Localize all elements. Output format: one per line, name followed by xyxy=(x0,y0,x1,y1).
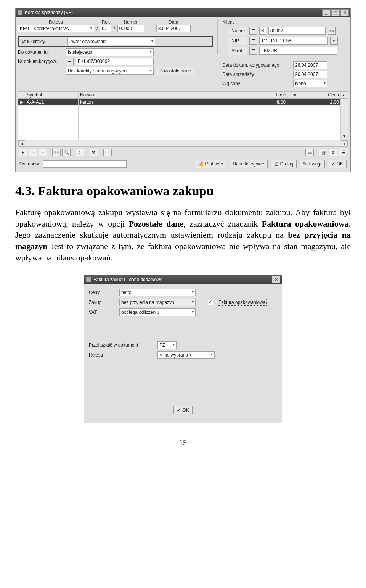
bottom-bar: Os. upow. 💰 Płatność Dane księgowe 🖨 Dru… xyxy=(18,158,348,170)
scroll-left-icon[interactable]: ◂ xyxy=(18,140,25,146)
rok-label: Rok xyxy=(100,19,111,25)
tytul-select[interactable]: Zwrot opakowania xyxy=(67,38,155,45)
klient-seria-field[interactable]: K xyxy=(259,27,266,35)
list-icon[interactable]: ☰ xyxy=(249,37,257,45)
dialog-titlebar: Faktura zakupu - dane dodatkowe ✕ xyxy=(84,275,282,284)
scrollbar[interactable] xyxy=(341,99,348,105)
faktura-opakowaniowa-checkbox[interactable] xyxy=(208,300,213,305)
zakup-label: Zakup xyxy=(89,300,116,305)
grid-icon[interactable]: ▦ xyxy=(319,149,327,156)
rejestr-select[interactable]: KF/1 - Korekty faktur VA xyxy=(18,25,94,32)
klient-skrot-field[interactable]: LEMUR xyxy=(259,47,337,55)
os-upow-label: Os. upow. xyxy=(19,161,40,167)
pozostale-button[interactable]: Pozostałe dane xyxy=(156,67,194,75)
data-label: Data xyxy=(156,19,191,25)
dodok-select[interactable]: Istniejącego xyxy=(66,48,154,56)
remove-icon[interactable]: − xyxy=(39,149,47,156)
ceny-select[interactable]: netto xyxy=(119,289,196,296)
binoculars-icon[interactable]: 👓 xyxy=(328,27,336,35)
scroll-right-icon[interactable]: ▸ xyxy=(341,140,348,146)
section-heading: 4.3. Faktura opakowaniowa zakupu xyxy=(15,184,351,198)
add-icon[interactable]: + xyxy=(19,149,27,156)
maximize-button[interactable]: ▢ xyxy=(331,9,340,16)
wg-ceny-select[interactable]: Netto xyxy=(293,80,327,87)
rok-field[interactable]: 07 xyxy=(100,25,111,32)
nrkor-field[interactable]: F /1 /07/000002 xyxy=(76,58,154,65)
doc-icon[interactable]: 📄 xyxy=(103,149,112,156)
search-icon[interactable]: 🔍 xyxy=(62,149,71,156)
ok-button[interactable]: ✔ OK xyxy=(328,160,347,168)
data-kor-label: Data dokum. korygowanego xyxy=(222,63,291,68)
form-icon[interactable]: ▭ xyxy=(305,149,314,156)
p-icon[interactable]: P xyxy=(29,149,37,156)
cell-symbol: A-A-A11 xyxy=(25,99,79,105)
table-row[interactable]: ▶ A-A-A11 karton 8,00 2,00 xyxy=(18,99,348,106)
dialog-ok-button[interactable]: ✔ OK xyxy=(173,406,192,414)
numer-field[interactable]: 000001 xyxy=(117,25,144,32)
sum-icon[interactable]: Σ xyxy=(76,149,84,156)
th-cena[interactable]: Cena xyxy=(310,92,341,98)
body-paragraph: Fakturę opakowaniową zakupu wystawia się… xyxy=(15,207,351,263)
ie-icon[interactable]: e xyxy=(330,37,338,45)
app-icon xyxy=(86,277,91,282)
korekta-stanu-select[interactable]: Bez korekty stanu magazynu xyxy=(66,67,154,75)
table-row[interactable]: ▾ xyxy=(18,133,348,140)
nrkor-label: Nr dokum.korygow. xyxy=(18,59,64,64)
klient-label: Klient xyxy=(222,19,348,25)
app-icon xyxy=(17,10,22,15)
minimize-button[interactable]: _ xyxy=(322,9,331,16)
przeksztalc-label: Przekształć w dokument xyxy=(89,342,154,348)
data-kor-field[interactable]: 26.04.2007 xyxy=(293,61,327,69)
tools-icon[interactable]: 🛠 xyxy=(90,149,98,156)
th-jm[interactable]: J.m. xyxy=(287,92,310,98)
dane-ksiegowe-button[interactable]: Dane księgowe xyxy=(230,160,268,168)
vat-select[interactable]: podlega odliczeniu xyxy=(119,308,196,316)
uwagi-button[interactable]: ✎ Uwagi xyxy=(300,160,324,168)
list-icon[interactable]: ☰ xyxy=(339,149,347,156)
klient-nip-button[interactable]: NIP xyxy=(228,37,247,45)
th-ilosc[interactable]: Ilość xyxy=(249,92,287,98)
positions-table: Symbol Nazwa Ilość J.m. Cena ▴ ▶ A-A-A11… xyxy=(18,91,348,147)
platnosc-button[interactable]: 💰 Płatność xyxy=(195,160,226,168)
zakup-select[interactable]: bez przyjęcia na magazyn xyxy=(119,299,196,306)
data-sprz-field[interactable]: 26.04.2007 xyxy=(293,71,327,78)
th-symbol[interactable]: Symbol xyxy=(25,92,79,98)
desc-icon[interactable]: ≡ xyxy=(329,149,337,156)
dlg-rejestr-select[interactable]: < nie wybrano > xyxy=(157,351,215,359)
cell-ilosc: 8,00 xyxy=(249,99,287,105)
numer-label: Numer xyxy=(117,19,144,25)
close-button[interactable]: ✕ xyxy=(340,9,349,16)
th-scroll: ▴ xyxy=(341,92,348,98)
drukuj-button[interactable]: 🖨 Drukuj xyxy=(271,160,297,168)
list-icon[interactable]: ☰ xyxy=(66,58,74,65)
table-row[interactable] xyxy=(18,119,348,126)
table-row[interactable] xyxy=(18,112,348,119)
close-button[interactable]: ✕ xyxy=(272,276,280,283)
page-number: 15 xyxy=(15,439,351,447)
klient-numer-button[interactable]: Numer xyxy=(228,27,247,35)
klient-nip-field[interactable]: 112-121-11-58 xyxy=(259,37,328,45)
slash: / xyxy=(114,21,115,31)
vat-label: VAT xyxy=(89,310,116,315)
row-marker: ▶ xyxy=(18,99,25,105)
main-window: Korekta sprzedaży (KF) _ ▢ ✕ Rejestr KF/… xyxy=(15,8,351,172)
przeksztalc-select[interactable]: PZ xyxy=(157,341,177,349)
th-mark xyxy=(18,92,25,98)
binoculars-icon[interactable]: 👓 xyxy=(52,149,61,156)
slash: / xyxy=(96,21,98,31)
klient-box: Numer ☰ K 00002 👓 NIP ☰ 112-121-11-58 e xyxy=(226,25,348,58)
table-row[interactable] xyxy=(18,126,348,133)
list-icon[interactable]: ☰ xyxy=(249,27,257,35)
scrollbar-horizontal[interactable]: ◂ ▸ xyxy=(18,140,348,146)
th-nazwa[interactable]: Nazwa xyxy=(79,92,249,98)
toolbar: + P − 👓 🔍 Σ 🛠 📄 ▭ ▦ ≡ ☰ xyxy=(18,147,348,158)
klient-numer-field[interactable]: 00002 xyxy=(268,27,326,35)
os-upow-field[interactable] xyxy=(43,160,127,168)
list-icon[interactable]: ☰ xyxy=(249,47,257,55)
cell-nazwa: karton xyxy=(79,99,249,105)
klient-skrot-button[interactable]: Skrót xyxy=(228,47,247,55)
table-row[interactable] xyxy=(18,106,348,112)
dodok-label: Do dokumentu: xyxy=(18,50,64,55)
data-field[interactable]: 30.04.2007 xyxy=(156,25,191,32)
wg-ceny-label: Wg ceny xyxy=(222,81,291,86)
